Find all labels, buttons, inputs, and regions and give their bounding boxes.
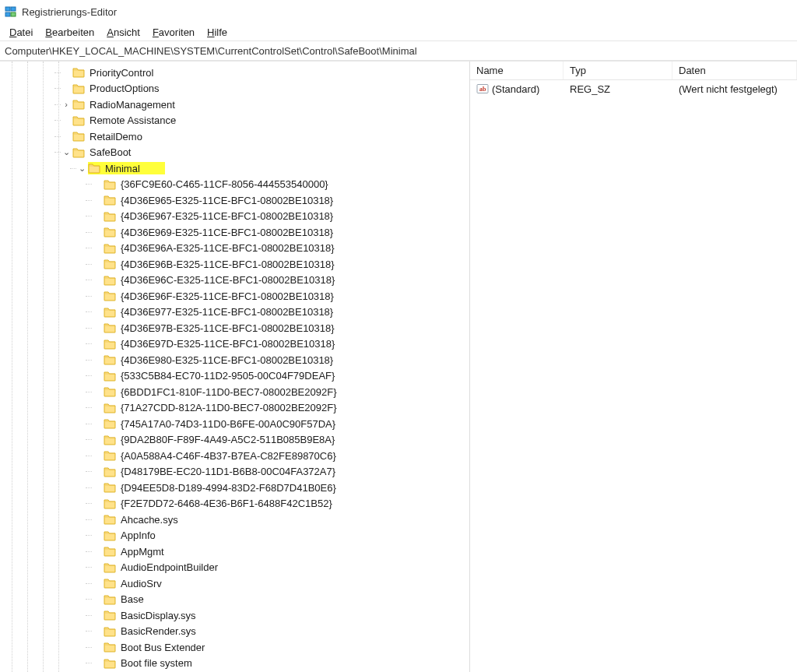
tree-item-label: RetailDemo [88,131,144,142]
tree-item[interactable]: Boot file system [0,656,469,672]
tree-item-remoteassistance[interactable]: Remote Assistance [0,113,469,129]
tree-item[interactable]: BasicRender.sys [0,624,469,640]
folder-icon [104,242,116,255]
twisty-spacer [92,610,103,621]
folder-icon [104,545,116,558]
tree-item[interactable]: Base [0,592,469,608]
twisty-spacer [92,450,103,461]
twisty-spacer [92,307,103,318]
tree-item[interactable]: {4D36E967-E325-11CE-BFC1-08002BE10318} [0,209,469,225]
tree-item-productoptions[interactable]: ProductOptions [0,81,469,97]
folder-icon [104,322,116,334]
tree-item[interactable]: {9DA2B80F-F89F-4A49-A5C2-511B085B9E8A} [0,432,469,449]
tree-item[interactable]: AppInfo [0,528,469,544]
tree-item-label: SafeBoot [88,146,133,158]
tree-item[interactable]: {4D36E96B-E325-11CE-BFC1-08002BE10318} [0,256,469,273]
folder-icon [72,83,85,95]
chevron-right-icon[interactable]: › [61,99,72,110]
value-type-cell: REG_SZ [564,83,672,95]
tree-item[interactable]: {F2E7DD72-6468-4E36-B6F1-6488F42C1B52} [0,496,469,512]
folder-icon [104,513,116,526]
tree-item-minimal[interactable]: ⌄Minimal [0,160,469,177]
tree-item[interactable]: {4D36E969-E325-11CE-BFC1-08002BE10318} [0,224,469,241]
twisty-spacer [92,498,103,509]
tree-item-radiomanagement[interactable]: ›RadioManagement [0,97,469,113]
col-data[interactable]: Daten [672,62,797,79]
tree-pane[interactable]: PriorityControlProductOptions›RadioManag… [0,62,470,672]
menu-favorites[interactable]: Favoriten [146,25,201,40]
values-list[interactable]: ab(Standard)REG_SZ(Wert nicht festgelegt… [470,80,797,672]
twisty-spacer [92,386,103,397]
tree-item[interactable]: {745A17A0-74D3-11D0-B6FE-00A0C90F57DA} [0,416,469,432]
folder-icon [104,530,116,542]
folder-icon [104,593,116,606]
menu-edit[interactable]: Bearbeiten [39,25,100,40]
tree-item[interactable]: {36FC9E60-C465-11CF-8056-444553540000} [0,177,469,193]
folder-icon [104,290,116,302]
tree-item[interactable]: AppMgmt [0,544,469,560]
tree-item-label: RadioManagement [88,99,177,111]
tree-item-safeboot[interactable]: ⌄SafeBoot [0,145,469,161]
tree-item[interactable]: BasicDisplay.sys [0,607,469,624]
folder-icon [104,274,116,287]
tree-item[interactable]: {4D36E980-E325-11CE-BFC1-08002BE10318} [0,352,469,368]
twisty-spacer [92,514,103,525]
chevron-down-icon[interactable]: ⌄ [76,163,87,174]
twisty-spacer [92,211,103,222]
tree-item-label: {533C5B84-EC70-11D2-9505-00C04F79DEAF} [119,370,336,382]
tree-item[interactable]: Boot Bus Extender [0,639,469,656]
tree-item-retaildemo[interactable]: RetailDemo [0,128,469,145]
tree-item-label: {36FC9E60-C465-11CF-8056-444553540000} [119,178,330,190]
tree-item[interactable]: {4D36E97B-E325-11CE-BFC1-08002BE10318} [0,320,469,336]
folder-icon [104,577,116,589]
tree-item[interactable]: AudioSrv [0,575,469,592]
folder-icon [104,226,116,238]
col-name[interactable]: Name [470,62,564,79]
folder-icon [104,466,116,478]
tree-item[interactable]: Ahcache.sys [0,512,469,528]
twisty-spacer [61,83,72,94]
menu-view[interactable]: Ansicht [100,25,146,40]
tree-item[interactable]: AudioEndpointBuilder [0,560,469,576]
folder-icon [104,306,116,318]
values-header[interactable]: Name Typ Daten [470,62,797,80]
col-type[interactable]: Typ [564,62,672,79]
tree-item-label: {9DA2B80F-F89F-4A49-A5C2-511B085B9E8A} [119,434,336,445]
tree-item[interactable]: {71A27CDD-812A-11D0-BEC7-08002BE2092F} [0,400,469,417]
tree-item-label: Minimal [104,163,142,174]
tree-item[interactable]: {4D36E96C-E325-11CE-BFC1-08002BE10318} [0,273,469,289]
tree-item[interactable]: {4D36E965-E325-11CE-BFC1-08002BE10318} [0,192,469,209]
folder-icon [104,178,116,191]
tree-item-label: {4D36E965-E325-11CE-BFC1-08002BE10318} [119,195,335,206]
twisty-spacer [92,179,103,190]
tree-item[interactable]: {4D36E97D-E325-11CE-BFC1-08002BE10318} [0,336,469,353]
tree-item[interactable]: {4D36E96F-E325-11CE-BFC1-08002BE10318} [0,288,469,304]
address-text: Computer\HKEY_LOCAL_MACHINE\SYSTEM\Curre… [5,45,417,57]
tree-item[interactable]: {D94EE5D8-D189-4994-83D2-F68D7D41B0E6} [0,480,469,496]
tree-item-label: Boot Bus Extender [119,642,206,653]
tree-item[interactable]: {4D36E977-E325-11CE-BFC1-08002BE10318} [0,304,469,321]
twisty-spacer [61,67,72,78]
chevron-down-icon[interactable]: ⌄ [61,147,72,158]
folder-icon [104,609,116,621]
tree-item-prioritycontrol[interactable]: PriorityControl [0,65,469,81]
tree-item[interactable]: {4D36E96A-E325-11CE-BFC1-08002BE10318} [0,241,469,257]
tree-item[interactable]: {6BDD1FC1-810F-11D0-BEC7-08002BE2092F} [0,384,469,400]
twisty-spacer [92,322,103,333]
menu-help[interactable]: Hilfe [201,25,233,40]
tree-item-label: PriorityControl [88,67,155,79]
tree-item[interactable]: {D48179BE-EC20-11D1-B6B8-00C04FA372A7} [0,464,469,480]
tree-item-label: {745A17A0-74D3-11D0-B6FE-00A0C90F57DA} [119,418,337,430]
value-row[interactable]: ab(Standard)REG_SZ(Wert nicht festgelegt… [470,80,797,97]
folder-icon [104,498,116,510]
tree-item[interactable]: {A0A588A4-C46F-4B37-B7EA-C82FE89870C6} [0,448,469,464]
twisty-spacer [92,371,103,382]
address-bar[interactable]: Computer\HKEY_LOCAL_MACHINE\SYSTEM\Curre… [0,40,797,61]
menu-file[interactable]: Datei [3,25,39,40]
folder-icon [104,194,116,206]
folder-icon [104,417,116,430]
svg-rect-2 [5,12,10,16]
twisty-spacer [92,290,103,301]
tree-item-label: AudioEndpointBuilder [119,561,219,573]
tree-item[interactable]: {533C5B84-EC70-11D2-9505-00C04F79DEAF} [0,368,469,385]
